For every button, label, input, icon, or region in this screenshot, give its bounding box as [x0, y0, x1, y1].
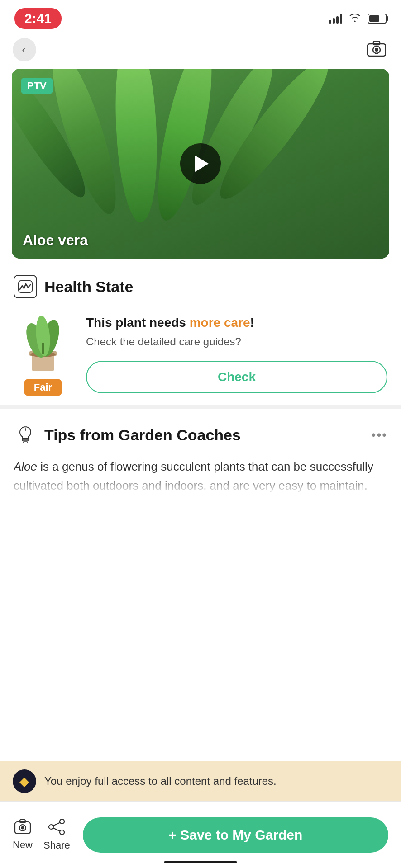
plant-svg	[14, 311, 72, 374]
ptv-badge: PTV	[21, 78, 53, 94]
tips-section: Tips from Garden Coaches ••• Aloe is a g…	[0, 409, 401, 504]
tips-text: Aloe is a genus of flowering succulent p…	[14, 458, 387, 495]
premium-icon: ◆	[13, 769, 36, 793]
svg-point-2	[375, 48, 378, 52]
svg-rect-12	[23, 439, 29, 441]
status-time: 2:41	[14, 8, 62, 29]
health-icon	[14, 275, 37, 298]
home-indicator	[164, 861, 237, 863]
fair-badge: Fair	[24, 379, 62, 396]
nav-bar: ‹	[0, 33, 401, 69]
tips-header-left: Tips from Garden Coaches	[14, 423, 241, 447]
share-icon	[48, 819, 65, 837]
camera-new-icon	[14, 819, 31, 836]
plant-illustration: Fair	[14, 311, 72, 396]
tips-header: Tips from Garden Coaches •••	[14, 423, 387, 447]
svg-rect-4	[19, 281, 32, 292]
share-action[interactable]: Share	[43, 819, 70, 851]
battery-icon	[368, 14, 387, 24]
tips-title: Tips from Garden Coaches	[44, 426, 241, 444]
plant-name-label: Aloe vera	[23, 232, 88, 249]
health-text-area: This plant needs more care! Check the de…	[86, 314, 387, 393]
svg-rect-3	[373, 41, 380, 45]
back-button[interactable]: ‹	[13, 38, 36, 61]
camera-button[interactable]	[365, 38, 388, 61]
svg-line-22	[53, 822, 60, 826]
svg-rect-13	[23, 442, 28, 443]
health-state-header: Health State	[14, 275, 387, 298]
video-thumbnail[interactable]: PTV Aloe vera	[12, 69, 389, 259]
signal-icon	[329, 14, 342, 24]
back-arrow-icon: ‹	[22, 43, 26, 56]
premium-text: You enjoy full access to all content and…	[44, 775, 277, 788]
section-divider	[0, 405, 401, 409]
diamond-icon: ◆	[19, 774, 29, 789]
svg-point-21	[49, 825, 53, 829]
premium-banner: ◆ You enjoy full access to all content a…	[0, 761, 401, 801]
check-button[interactable]: Check	[86, 361, 387, 393]
wifi-icon	[348, 12, 361, 25]
bottom-bar: New Share + Save to My Garden	[0, 801, 401, 868]
health-content: Fair This plant needs more care! Check t…	[14, 311, 387, 396]
more-options-button[interactable]: •••	[372, 428, 387, 442]
new-label: New	[13, 839, 33, 851]
bulb-icon	[14, 423, 37, 447]
care-subtitle: Check the detailed care guides?	[86, 335, 387, 348]
camera-icon	[367, 41, 386, 59]
health-state-section: Health State Fair	[0, 259, 401, 405]
svg-point-19	[60, 819, 64, 824]
status-bar: 2:41	[0, 0, 401, 33]
share-label: Share	[43, 840, 70, 851]
svg-rect-18	[20, 820, 25, 823]
svg-line-23	[53, 828, 60, 831]
save-to-garden-button[interactable]: + Save to My Garden	[83, 817, 388, 853]
tips-text-wrapper: Aloe is a genus of flowering succulent p…	[14, 458, 387, 495]
svg-point-20	[60, 830, 64, 835]
health-state-title: Health State	[44, 278, 134, 296]
play-button[interactable]	[180, 143, 221, 184]
play-icon	[195, 156, 209, 172]
needs-care-text: This plant needs more care!	[86, 314, 387, 331]
new-action[interactable]: New	[13, 819, 33, 851]
svg-point-17	[21, 826, 24, 829]
status-icons	[329, 12, 387, 25]
